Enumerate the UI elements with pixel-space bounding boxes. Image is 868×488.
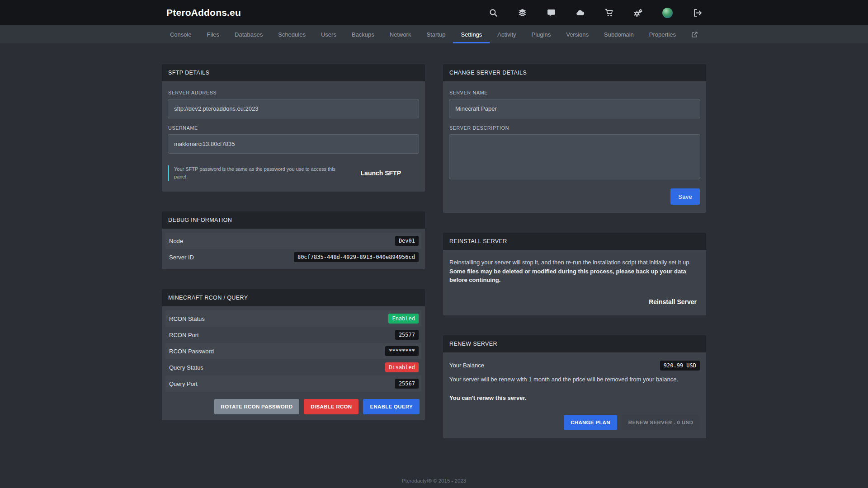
server-address-input[interactable] bbox=[168, 99, 419, 118]
server-id-value: 80cf7835-448d-4929-8913-040e894956cd bbox=[294, 252, 419, 262]
rcon-password-row: RCON Password ******** bbox=[165, 343, 421, 359]
query-status-row: Query Status Disabled bbox=[165, 359, 421, 375]
username-label: USERNAME bbox=[168, 125, 419, 131]
rcon-status-row: RCON Status Enabled bbox=[165, 310, 421, 327]
sftp-card-title: SFTP DETAILS bbox=[162, 64, 425, 81]
server-address-label: SERVER ADDRESS bbox=[168, 90, 419, 95]
tab-console[interactable]: Console bbox=[162, 25, 199, 43]
cant-renew-text: You can't renew this server. bbox=[449, 394, 700, 401]
globe-icon[interactable] bbox=[662, 8, 673, 18]
disable-rcon-button[interactable]: DISABLE RCON bbox=[304, 399, 359, 414]
rcon-query-card: MINECRAFT RCON / QUERY RCON Status Enabl… bbox=[162, 289, 425, 420]
reinstall-server-button[interactable]: Reinstall Server bbox=[649, 298, 697, 305]
tab-properties[interactable]: Properties bbox=[642, 25, 684, 43]
enable-query-button[interactable]: ENABLE QUERY bbox=[363, 399, 420, 414]
change-server-details-card: CHANGE SERVER DETAILS SERVER NAME SERVER… bbox=[443, 64, 706, 213]
renew-server-button[interactable]: RENEW SERVER - 0 USD bbox=[622, 415, 700, 430]
server-description-label: SERVER DESCRIPTION bbox=[449, 125, 700, 131]
tab-startup[interactable]: Startup bbox=[419, 25, 453, 43]
rcon-password-value: ******** bbox=[385, 346, 419, 356]
node-value: Dev01 bbox=[395, 236, 419, 246]
sign-out-icon[interactable] bbox=[693, 8, 702, 17]
tab-users[interactable]: Users bbox=[313, 25, 344, 43]
server-description-textarea[interactable] bbox=[449, 134, 700, 179]
tab-settings[interactable]: Settings bbox=[453, 25, 490, 43]
launch-sftp-button[interactable]: Launch SFTP bbox=[361, 169, 401, 177]
reinstall-card-title: REINSTALL SERVER bbox=[443, 233, 706, 250]
tab-files[interactable]: Files bbox=[199, 25, 227, 43]
reinstall-text-bold: Some files may be deleted or modified du… bbox=[449, 268, 686, 284]
external-link-icon[interactable] bbox=[684, 25, 706, 43]
tab-network[interactable]: Network bbox=[382, 25, 419, 43]
renew-card-title: RENEW SERVER bbox=[443, 335, 706, 352]
debug-row-server-id: Server ID 80cf7835-448d-4929-8913-040e89… bbox=[165, 249, 421, 265]
server-name-label: SERVER NAME bbox=[449, 90, 700, 95]
balance-row: Your Balance 920.99 USD bbox=[449, 361, 700, 371]
debug-card-title: DEBUG INFORMATION bbox=[162, 211, 425, 229]
main-content: SFTP DETAILS SERVER ADDRESS USERNAME You… bbox=[162, 43, 706, 458]
rcon-port-value: 25577 bbox=[395, 330, 419, 340]
save-button[interactable]: Save bbox=[670, 188, 700, 205]
tab-databases[interactable]: Databases bbox=[227, 25, 270, 43]
rcon-card-title: MINECRAFT RCON / QUERY bbox=[162, 289, 425, 306]
topbar-icons bbox=[489, 8, 702, 18]
rcon-status-label: RCON Status bbox=[169, 315, 205, 322]
rcon-password-label: RCON Password bbox=[169, 348, 214, 355]
tab-activity[interactable]: Activity bbox=[490, 25, 524, 43]
query-port-value: 25567 bbox=[395, 379, 419, 389]
query-status-badge: Disabled bbox=[385, 362, 419, 372]
query-status-label: Query Status bbox=[169, 364, 203, 371]
sftp-details-card: SFTP DETAILS SERVER ADDRESS USERNAME You… bbox=[162, 64, 425, 192]
query-port-label: Query Port bbox=[169, 380, 198, 387]
balance-label: Your Balance bbox=[449, 362, 484, 369]
renew-server-card: RENEW SERVER Your Balance 920.99 USD You… bbox=[443, 335, 706, 439]
change-plan-button[interactable]: CHANGE PLAN bbox=[564, 415, 617, 430]
tab-schedules[interactable]: Schedules bbox=[270, 25, 313, 43]
renew-info-text: Your server will be renew with 1 month a… bbox=[449, 375, 700, 384]
tab-subdomain[interactable]: Subdomain bbox=[596, 25, 642, 43]
footer-copyright: Pterodactyl® © 2015 - 2023 bbox=[0, 458, 868, 488]
topbar: PteroAddons.eu bbox=[0, 0, 868, 25]
chat-icon[interactable] bbox=[547, 8, 556, 17]
navbar: Console Files Databases Schedules Users … bbox=[0, 25, 868, 43]
reinstall-text-normal: Reinstalling your server will stop it, a… bbox=[449, 259, 691, 266]
debug-information-card: DEBUG INFORMATION Node Dev01 Server ID 8… bbox=[162, 211, 425, 269]
server-name-input[interactable] bbox=[449, 99, 700, 118]
tab-backups[interactable]: Backups bbox=[344, 25, 382, 43]
gears-icon[interactable] bbox=[633, 8, 642, 17]
server-id-label: Server ID bbox=[169, 254, 194, 261]
right-column: CHANGE SERVER DETAILS SERVER NAME SERVER… bbox=[443, 64, 706, 458]
left-column: SFTP DETAILS SERVER ADDRESS USERNAME You… bbox=[162, 64, 425, 458]
tab-plugins[interactable]: Plugins bbox=[524, 25, 559, 43]
details-card-title: CHANGE SERVER DETAILS bbox=[443, 64, 706, 81]
sftp-password-note: Your SFTP password is the same as the pa… bbox=[168, 165, 339, 181]
node-label: Node bbox=[169, 238, 183, 244]
brand-title[interactable]: PteroAddons.eu bbox=[166, 7, 241, 18]
cart-icon[interactable] bbox=[604, 8, 613, 17]
tab-versions[interactable]: Versions bbox=[558, 25, 596, 43]
rcon-port-row: RCON Port 25577 bbox=[165, 327, 421, 343]
reinstall-server-card: REINSTALL SERVER Reinstalling your serve… bbox=[443, 233, 706, 315]
reinstall-warning-text: Reinstalling your server will stop it, a… bbox=[449, 258, 700, 285]
debug-row-node: Node Dev01 bbox=[165, 233, 421, 249]
rcon-status-badge: Enabled bbox=[388, 314, 419, 324]
query-port-row: Query Port 25567 bbox=[165, 375, 421, 392]
rcon-port-label: RCON Port bbox=[169, 332, 199, 338]
username-input[interactable] bbox=[168, 134, 419, 154]
layers-icon[interactable] bbox=[518, 8, 527, 17]
search-icon[interactable] bbox=[489, 8, 498, 17]
balance-value: 920.99 USD bbox=[660, 361, 700, 371]
rotate-rcon-password-button[interactable]: ROTATE RCON PASSWORD bbox=[214, 399, 300, 414]
cloud-icon[interactable] bbox=[576, 8, 585, 17]
